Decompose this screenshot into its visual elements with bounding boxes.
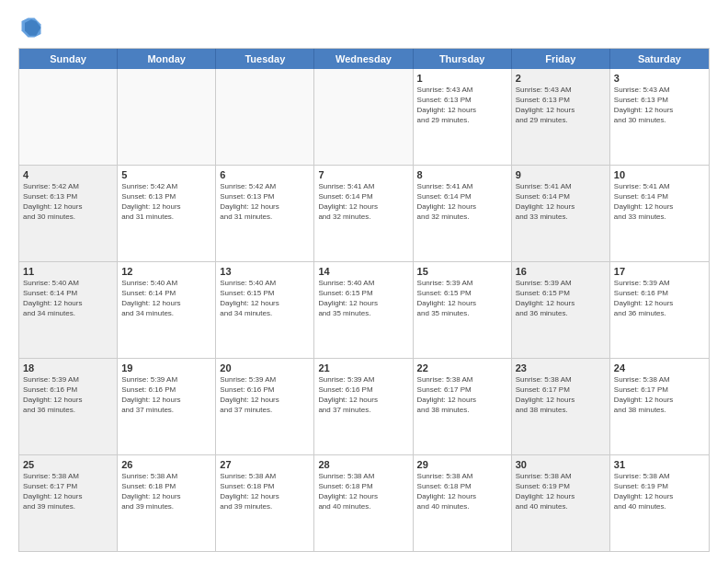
day-of-week-header: Sunday (19, 49, 118, 69)
day-number: 14 (318, 265, 408, 278)
calendar-cell: 13Sunrise: 5:40 AM Sunset: 6:15 PM Dayli… (216, 262, 314, 358)
cell-info: Sunrise: 5:42 AM Sunset: 6:13 PM Dayligh… (121, 182, 211, 222)
day-number: 3 (614, 72, 705, 85)
day-of-week-header: Wednesday (314, 49, 413, 69)
day-number: 27 (220, 458, 310, 471)
calendar: SundayMondayTuesdayWednesdayThursdayFrid… (18, 48, 710, 552)
day-number: 19 (121, 362, 211, 374)
day-number: 5 (121, 168, 211, 181)
day-number: 7 (318, 168, 408, 181)
general-blue-logo-icon (18, 15, 44, 40)
calendar-cell (118, 69, 216, 165)
day-number: 18 (23, 362, 113, 374)
cell-info: Sunrise: 5:41 AM Sunset: 6:14 PM Dayligh… (516, 182, 606, 222)
cell-info: Sunrise: 5:39 AM Sunset: 6:16 PM Dayligh… (23, 375, 113, 415)
calendar-cell (314, 69, 413, 165)
calendar-cell: 17Sunrise: 5:39 AM Sunset: 6:16 PM Dayli… (610, 262, 709, 358)
cell-info: Sunrise: 5:41 AM Sunset: 6:14 PM Dayligh… (417, 182, 507, 222)
cell-info: Sunrise: 5:38 AM Sunset: 6:17 PM Dayligh… (516, 375, 606, 415)
day-number: 26 (121, 458, 211, 471)
day-number: 10 (614, 168, 705, 181)
calendar-cell (19, 69, 118, 165)
day-number: 9 (516, 168, 606, 181)
calendar-cell: 15Sunrise: 5:39 AM Sunset: 6:15 PM Dayli… (414, 262, 512, 358)
header (18, 15, 710, 40)
cell-info: Sunrise: 5:39 AM Sunset: 6:16 PM Dayligh… (220, 375, 310, 415)
day-number: 31 (614, 458, 705, 471)
cell-info: Sunrise: 5:43 AM Sunset: 6:13 PM Dayligh… (614, 86, 705, 125)
calendar-cell: 14Sunrise: 5:40 AM Sunset: 6:15 PM Dayli… (314, 262, 413, 358)
cell-info: Sunrise: 5:38 AM Sunset: 6:17 PM Dayligh… (417, 375, 507, 415)
day-number: 25 (23, 458, 113, 471)
calendar-cell: 1Sunrise: 5:43 AM Sunset: 6:13 PM Daylig… (414, 69, 512, 165)
calendar-cell (216, 69, 314, 165)
cell-info: Sunrise: 5:40 AM Sunset: 6:14 PM Dayligh… (121, 279, 211, 318)
cell-info: Sunrise: 5:38 AM Sunset: 6:17 PM Dayligh… (23, 472, 113, 511)
calendar-cell: 2Sunrise: 5:43 AM Sunset: 6:13 PM Daylig… (512, 69, 610, 165)
calendar-cell: 11Sunrise: 5:40 AM Sunset: 6:14 PM Dayli… (19, 262, 118, 358)
calendar-cell: 5Sunrise: 5:42 AM Sunset: 6:13 PM Daylig… (118, 166, 216, 261)
day-number: 23 (516, 362, 606, 374)
calendar-week-row: 25Sunrise: 5:38 AM Sunset: 6:17 PM Dayli… (19, 455, 709, 551)
calendar-cell: 24Sunrise: 5:38 AM Sunset: 6:17 PM Dayli… (610, 359, 709, 454)
cell-info: Sunrise: 5:42 AM Sunset: 6:13 PM Dayligh… (23, 182, 113, 222)
cell-info: Sunrise: 5:43 AM Sunset: 6:13 PM Dayligh… (516, 86, 606, 125)
calendar-cell: 3Sunrise: 5:43 AM Sunset: 6:13 PM Daylig… (610, 69, 709, 165)
cell-info: Sunrise: 5:38 AM Sunset: 6:19 PM Dayligh… (516, 472, 606, 511)
cell-info: Sunrise: 5:39 AM Sunset: 6:16 PM Dayligh… (318, 375, 408, 415)
calendar-cell: 23Sunrise: 5:38 AM Sunset: 6:17 PM Dayli… (512, 359, 610, 454)
day-number: 21 (318, 362, 408, 374)
cell-info: Sunrise: 5:40 AM Sunset: 6:14 PM Dayligh… (23, 279, 113, 318)
calendar-body: 1Sunrise: 5:43 AM Sunset: 6:13 PM Daylig… (19, 69, 709, 551)
calendar-cell: 8Sunrise: 5:41 AM Sunset: 6:14 PM Daylig… (414, 166, 512, 261)
logo (18, 15, 48, 40)
day-of-week-header: Saturday (610, 49, 709, 69)
calendar-cell: 22Sunrise: 5:38 AM Sunset: 6:17 PM Dayli… (414, 359, 512, 454)
cell-info: Sunrise: 5:39 AM Sunset: 6:16 PM Dayligh… (614, 279, 705, 318)
calendar-cell: 20Sunrise: 5:39 AM Sunset: 6:16 PM Dayli… (216, 359, 314, 454)
cell-info: Sunrise: 5:38 AM Sunset: 6:18 PM Dayligh… (121, 472, 211, 511)
cell-info: Sunrise: 5:38 AM Sunset: 6:18 PM Dayligh… (220, 472, 310, 511)
day-number: 20 (220, 362, 310, 374)
cell-info: Sunrise: 5:38 AM Sunset: 6:17 PM Dayligh… (614, 375, 705, 415)
calendar-cell: 27Sunrise: 5:38 AM Sunset: 6:18 PM Dayli… (216, 455, 314, 551)
day-of-week-header: Monday (118, 49, 216, 69)
day-number: 8 (417, 168, 507, 181)
cell-info: Sunrise: 5:38 AM Sunset: 6:18 PM Dayligh… (417, 472, 507, 511)
cell-info: Sunrise: 5:43 AM Sunset: 6:13 PM Dayligh… (417, 86, 507, 125)
calendar-cell: 6Sunrise: 5:42 AM Sunset: 6:13 PM Daylig… (216, 166, 314, 261)
calendar-week-row: 18Sunrise: 5:39 AM Sunset: 6:16 PM Dayli… (19, 359, 709, 455)
day-number: 22 (417, 362, 507, 374)
calendar-cell: 26Sunrise: 5:38 AM Sunset: 6:18 PM Dayli… (118, 455, 216, 551)
calendar-header: SundayMondayTuesdayWednesdayThursdayFrid… (19, 49, 709, 69)
calendar-cell: 10Sunrise: 5:41 AM Sunset: 6:14 PM Dayli… (610, 166, 709, 261)
day-number: 24 (614, 362, 705, 374)
calendar-cell: 19Sunrise: 5:39 AM Sunset: 6:16 PM Dayli… (118, 359, 216, 454)
cell-info: Sunrise: 5:39 AM Sunset: 6:15 PM Dayligh… (516, 279, 606, 318)
day-number: 6 (220, 168, 310, 181)
day-number: 16 (516, 265, 606, 278)
calendar-cell: 4Sunrise: 5:42 AM Sunset: 6:13 PM Daylig… (19, 166, 118, 261)
calendar-cell: 21Sunrise: 5:39 AM Sunset: 6:16 PM Dayli… (314, 359, 413, 454)
calendar-cell: 7Sunrise: 5:41 AM Sunset: 6:14 PM Daylig… (314, 166, 413, 261)
calendar-cell: 28Sunrise: 5:38 AM Sunset: 6:18 PM Dayli… (314, 455, 413, 551)
day-number: 12 (121, 265, 211, 278)
cell-info: Sunrise: 5:41 AM Sunset: 6:14 PM Dayligh… (614, 182, 705, 222)
day-number: 13 (220, 265, 310, 278)
calendar-cell: 12Sunrise: 5:40 AM Sunset: 6:14 PM Dayli… (118, 262, 216, 358)
calendar-cell: 16Sunrise: 5:39 AM Sunset: 6:15 PM Dayli… (512, 262, 610, 358)
calendar-week-row: 11Sunrise: 5:40 AM Sunset: 6:14 PM Dayli… (19, 262, 709, 359)
calendar-cell: 9Sunrise: 5:41 AM Sunset: 6:14 PM Daylig… (512, 166, 610, 261)
day-number: 30 (516, 458, 606, 471)
day-number: 29 (417, 458, 507, 471)
day-number: 17 (614, 265, 705, 278)
day-number: 4 (23, 168, 113, 181)
calendar-week-row: 1Sunrise: 5:43 AM Sunset: 6:13 PM Daylig… (19, 69, 709, 166)
day-number: 15 (417, 265, 507, 278)
calendar-cell: 18Sunrise: 5:39 AM Sunset: 6:16 PM Dayli… (19, 359, 118, 454)
day-of-week-header: Thursday (414, 49, 512, 69)
cell-info: Sunrise: 5:40 AM Sunset: 6:15 PM Dayligh… (220, 279, 310, 318)
cell-info: Sunrise: 5:40 AM Sunset: 6:15 PM Dayligh… (318, 279, 408, 318)
day-of-week-header: Tuesday (216, 49, 314, 69)
day-number: 1 (417, 72, 507, 85)
